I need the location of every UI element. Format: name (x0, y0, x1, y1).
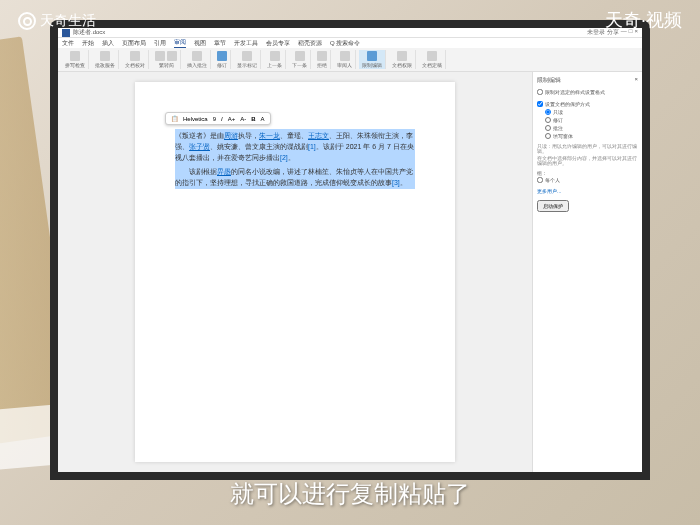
menu-tools[interactable]: 开发工具 (234, 39, 258, 48)
ribbon-next[interactable]: 下一条 (289, 50, 311, 69)
laptop-frame: 陈述者.docx 未登录 分享 — □ × 文件 开始 插入 页面布局 引用 审… (50, 20, 650, 480)
menu-start[interactable]: 开始 (82, 39, 94, 48)
brand-logo-icon (18, 12, 36, 30)
ribbon-proofing[interactable]: 文档校对 (122, 50, 149, 69)
ribbon-track[interactable]: 修订 (214, 50, 231, 69)
menu-view[interactable]: 视图 (194, 39, 206, 48)
comment-radio[interactable] (545, 125, 551, 131)
ribbon-comment[interactable]: 插入批注 (184, 50, 211, 69)
link-actor3[interactable]: 张子贤 (189, 143, 210, 150)
start-protection-button[interactable]: 启动保护 (537, 200, 569, 212)
screen: 陈述者.docx 未登录 分享 — □ × 文件 开始 插入 页面布局 引用 审… (58, 28, 642, 472)
menu-addon[interactable]: 会员专享 (266, 39, 290, 48)
mini-font[interactable]: Helvetica (182, 116, 209, 122)
workspace: 📋 Helvetica 9 I A+ A- B A 《叛逆者》是由周游执导，朱一… (58, 72, 642, 472)
menu-search[interactable]: Q 搜索命令 (330, 39, 360, 48)
readonly-radio[interactable] (545, 109, 551, 115)
document-area[interactable]: 📋 Helvetica 9 I A+ A- B A 《叛逆者》是由周游执导，朱一… (58, 72, 532, 472)
panel-title: 限制编辑 (537, 76, 561, 85)
ribbon-restrict-edit[interactable]: 限制编辑 (359, 50, 386, 69)
mini-toolbar: 📋 Helvetica 9 I A+ A- B A (165, 112, 271, 125)
ribbon-prev[interactable]: 上一条 (264, 50, 286, 69)
panel-note2: 在文档中选择部分内容，并选择可以对其进行编辑的用户。 (537, 156, 638, 166)
login-status[interactable]: 未登录 (587, 28, 605, 37)
link-actor2[interactable]: 王志文 (308, 132, 329, 139)
ribbon-permission[interactable]: 文档权限 (389, 50, 416, 69)
menu-bar: 文件 开始 插入 页面布局 引用 审阅 视图 章节 开发工具 会员专享 稻壳资源… (58, 38, 642, 48)
ribbon-reviewer[interactable]: 审阅人 (334, 50, 356, 69)
menu-layout[interactable]: 页面布局 (122, 39, 146, 48)
ribbon-showmarks[interactable]: 显示标记 (234, 50, 261, 69)
window-titlebar: 陈述者.docx 未登录 分享 — □ × (58, 28, 642, 38)
ribbon-reject[interactable]: 拒绝 (314, 50, 331, 69)
menu-ref[interactable]: 引用 (154, 39, 166, 48)
brand-top-right: 天奇·视频 (605, 8, 682, 32)
limit-styles-checkbox[interactable] (537, 89, 543, 95)
menu-insert[interactable]: 插入 (102, 39, 114, 48)
video-subtitle: 就可以进行复制粘贴了 (230, 478, 470, 510)
more-users-link[interactable]: 更多用户... (537, 188, 638, 194)
ribbon-correction[interactable]: 批改服务 (92, 50, 119, 69)
brand-tl-text: 天奇生活 (40, 12, 96, 30)
mini-size[interactable]: 9 (212, 116, 217, 122)
panel-note1: 只读：用以允许编辑的用户，可以对其进行编辑。 (537, 144, 638, 154)
ribbon: 拼写检查 批改服务 文档校对 繁转简 插入批注 修订 显示标记 上一条 下一条 … (58, 48, 642, 72)
form-radio[interactable] (545, 133, 551, 139)
mini-color[interactable]: A (260, 116, 266, 122)
restrict-edit-panel: 限制编辑× 限制对选定的样式设置格式 设置文档的保护方式 只读 修订 批注 填写… (532, 72, 642, 472)
mini-font-decrease[interactable]: A- (239, 116, 247, 122)
menu-chapter[interactable]: 章节 (214, 39, 226, 48)
link-actor1[interactable]: 朱一龙 (259, 132, 280, 139)
mini-italic[interactable]: I (220, 116, 224, 122)
menu-file[interactable]: 文件 (62, 39, 74, 48)
ribbon-convert[interactable]: 繁转简 (152, 50, 181, 69)
link-author[interactable]: 畀愚 (217, 168, 231, 175)
panel-close-icon[interactable]: × (634, 76, 638, 85)
selected-paragraph-2[interactable]: 该剧根据畀愚的同名小说改编，讲述了林楠笙、朱怡贞等人在中国共产党的指引下，坚持理… (175, 165, 415, 189)
page: 📋 Helvetica 9 I A+ A- B A 《叛逆者》是由周游执导，朱一… (135, 82, 455, 462)
brand-top-left: 天奇生活 (18, 12, 96, 30)
mini-bold[interactable]: B (250, 116, 256, 122)
selected-paragraph-1[interactable]: 《叛逆者》是由周游执导，朱一龙、童瑶、王志文、王阳、朱珠领衔主演，李强、张子贤、… (175, 129, 415, 165)
protect-mode-checkbox[interactable] (537, 101, 543, 107)
track-radio[interactable] (545, 117, 551, 123)
menu-paper[interactable]: 稻壳资源 (298, 39, 322, 48)
ribbon-finalize[interactable]: 文档定稿 (419, 50, 446, 69)
mini-copy-icon[interactable]: 📋 (170, 115, 179, 122)
ribbon-spellcheck[interactable]: 拼写检查 (62, 50, 89, 69)
link-director[interactable]: 周游 (224, 132, 238, 139)
everyone-checkbox[interactable] (537, 177, 543, 183)
mini-font-increase[interactable]: A+ (227, 116, 237, 122)
menu-review[interactable]: 审阅 (174, 38, 186, 48)
